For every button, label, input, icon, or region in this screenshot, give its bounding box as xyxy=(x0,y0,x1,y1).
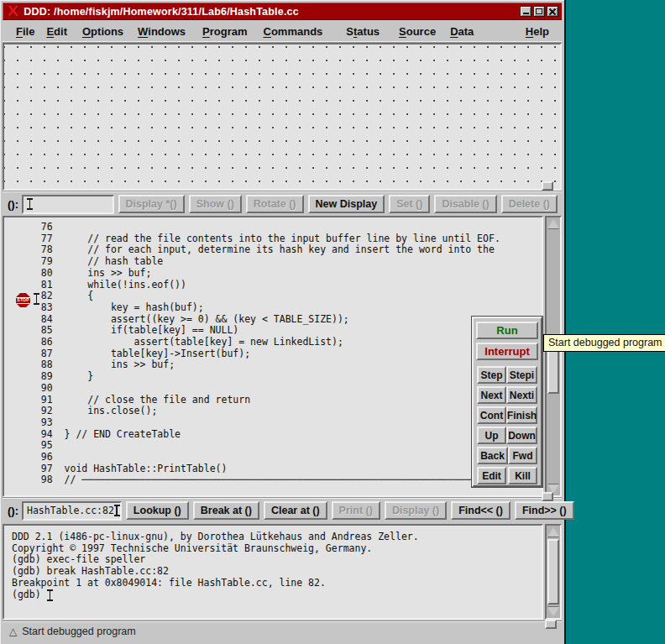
clear-at-button[interactable]: Clear at () xyxy=(264,501,327,520)
up-button[interactable]: Up xyxy=(477,427,506,444)
menu-windows[interactable]: Windows xyxy=(136,23,187,40)
menu-commands[interactable]: Commands xyxy=(262,23,325,40)
find-forward-button[interactable]: Find>> () xyxy=(515,501,574,520)
pane-sash-middle[interactable] xyxy=(542,492,553,501)
break-at-button[interactable]: Break at () xyxy=(193,501,259,520)
console-scrollbar[interactable] xyxy=(545,524,562,620)
fwd-button[interactable]: Fwd xyxy=(508,447,537,464)
ddd-logo-icon: X xyxy=(8,4,18,18)
down-button[interactable]: Down xyxy=(506,427,537,444)
source-toolbar: (): HashTable.cc:82 Lookup () Break at (… xyxy=(3,497,562,523)
display-toolbar: (): Display *() Show () Rotate () New Di… xyxy=(3,191,562,217)
menu-data[interactable]: Data xyxy=(448,23,475,40)
new-display-button[interactable]: New Display xyxy=(308,195,385,213)
menu-program[interactable]: Program xyxy=(201,23,249,40)
status-triangle-icon[interactable]: △ xyxy=(9,626,17,636)
display-star-button: Display *() xyxy=(118,195,185,213)
source-text-cursor xyxy=(34,293,39,305)
console-section: DDD 2.1 (i486-pc-linux-gnu), by Dorothea… xyxy=(3,524,562,620)
console-text-cursor xyxy=(47,589,53,601)
run-button[interactable]: Run xyxy=(476,322,538,339)
display-arg-label: (): xyxy=(8,198,18,211)
display-button: Display () xyxy=(385,501,447,520)
lookup-button[interactable]: Lookup () xyxy=(126,501,189,520)
scroll-up-icon[interactable] xyxy=(547,219,559,228)
window-controls xyxy=(520,6,558,17)
source-code-text[interactable]: 76 77 // read the file contents into the… xyxy=(4,217,542,486)
source-arg-label: (): xyxy=(8,505,18,517)
menu-bar: File Edit Options Windows Program Comman… xyxy=(3,20,562,43)
data-display-pane[interactable] xyxy=(3,43,562,191)
set-button: Set () xyxy=(389,195,430,213)
scroll-up-icon[interactable] xyxy=(547,527,559,537)
disable-button: Disable () xyxy=(434,195,496,213)
tooltip: Start debugged program xyxy=(543,334,665,352)
print-button: Print () xyxy=(332,501,380,520)
menu-help[interactable]: Help xyxy=(524,23,551,40)
console-scrollbar-thumb[interactable] xyxy=(547,539,559,605)
ddd-main-window: X DDD: /home/fiskjm/Homework/311/Lab6/Ha… xyxy=(0,0,566,644)
rotate-button: Rotate () xyxy=(246,195,304,213)
find-backward-button[interactable]: Find<< () xyxy=(451,501,511,520)
gdb-console-text[interactable]: DDD 2.1 (i486-pc-linux-gnu), by Dorothea… xyxy=(4,526,542,600)
minimize-icon xyxy=(523,13,529,14)
text-cursor xyxy=(114,505,120,516)
delete-button: Delete () xyxy=(501,195,558,213)
cont-button[interactable]: Cont xyxy=(477,406,506,424)
command-tool-panel: Run Interrupt Step Stepi Next Nexti Cont… xyxy=(472,317,542,487)
stepi-button[interactable]: Stepi xyxy=(506,366,537,384)
source-scrollbar[interactable] xyxy=(545,216,562,497)
window-title: DDD: /home/fiskjm/Homework/311/Lab6/Hash… xyxy=(24,6,299,18)
back-button[interactable]: Back xyxy=(477,447,508,464)
edit-button[interactable]: Edit xyxy=(477,467,506,484)
source-arg-input[interactable]: HashTable.cc:82 xyxy=(22,501,122,521)
pane-sash-bottom[interactable] xyxy=(545,620,557,629)
menu-status[interactable]: Status xyxy=(344,23,381,40)
display-arg-input[interactable] xyxy=(22,195,114,214)
interrupt-button[interactable]: Interrupt xyxy=(476,343,538,360)
source-code-pane[interactable]: 76 77 // read the file contents into the… xyxy=(3,216,543,497)
menu-file[interactable]: File xyxy=(14,23,36,40)
next-button[interactable]: Next xyxy=(477,386,506,404)
text-cursor xyxy=(27,198,33,210)
desktop-background: X DDD: /home/fiskjm/Homework/311/Lab6/Ha… xyxy=(0,0,665,644)
menu-edit[interactable]: Edit xyxy=(45,23,69,40)
maximize-button[interactable] xyxy=(533,6,545,17)
status-bar: △ Start debugged program xyxy=(3,620,562,641)
step-button[interactable]: Step xyxy=(477,366,506,384)
kill-button[interactable]: Kill xyxy=(508,467,537,484)
menu-source[interactable]: Source xyxy=(397,23,437,40)
pane-sash-top[interactable] xyxy=(542,181,553,191)
scroll-down-icon[interactable] xyxy=(547,607,559,616)
show-button: Show () xyxy=(189,195,242,213)
menu-options[interactable]: Options xyxy=(81,23,125,40)
finish-button[interactable]: Finish xyxy=(506,406,537,424)
nexti-button[interactable]: Nexti xyxy=(506,386,537,404)
title-bar[interactable]: X DDD: /home/fiskjm/Homework/311/Lab6/Ha… xyxy=(3,3,562,20)
minimize-button[interactable] xyxy=(520,6,531,17)
status-message: Start debugged program xyxy=(22,626,136,637)
close-button[interactable] xyxy=(547,6,558,17)
gdb-console[interactable]: DDD 2.1 (i486-pc-linux-gnu), by Dorothea… xyxy=(3,524,543,620)
maximize-icon xyxy=(536,8,542,14)
